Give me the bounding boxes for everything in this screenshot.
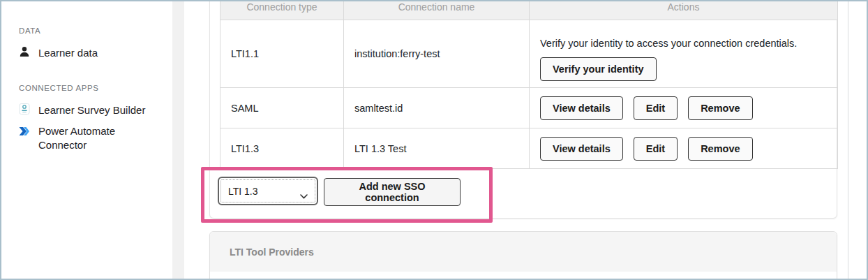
edit-button[interactable]: Edit xyxy=(634,96,678,120)
sidebar-section-data: DATA xyxy=(19,27,40,35)
sidebar: DATA Learner data CONNECTED APPS Lea xyxy=(1,1,172,279)
actions-cell: View details Edit Remove xyxy=(530,128,838,169)
actions-cell: Verify your identity to access your conn… xyxy=(530,20,838,88)
connection-type-select[interactable]: LTI 1.3 xyxy=(218,177,318,205)
verify-your-identity-button[interactable]: Verify your identity xyxy=(540,57,657,81)
lti-tool-providers-header: LTI Tool Providers xyxy=(210,232,837,272)
connection-type-cell: SAML xyxy=(220,88,344,128)
selected-connection-type: LTI 1.3 xyxy=(228,186,258,197)
table-header-row: Connection type Connection name Actions xyxy=(220,0,838,20)
connection-type-cell: LTI1.1 xyxy=(220,20,344,88)
verify-identity-message: Verify your identity to access your conn… xyxy=(540,38,797,49)
sidebar-section-connected-apps: CONNECTED APPS xyxy=(19,84,98,92)
sidebar-item-learner-survey-builder[interactable]: Learner Survey Builder xyxy=(19,103,145,117)
person-icon xyxy=(19,46,30,57)
sidebar-scrollbar-track[interactable] xyxy=(172,1,184,279)
remove-button[interactable]: Remove xyxy=(688,96,752,120)
connection-name-cell: samltest.id xyxy=(344,88,530,128)
connection-name-cell: LTI 1.3 Test xyxy=(344,128,530,169)
table-row: SAML samltest.id View details Edit Remov… xyxy=(220,88,838,128)
sso-connections-table: Connection type Connection name Actions … xyxy=(220,0,838,169)
column-header-connection-name: Connection name xyxy=(344,0,530,20)
add-new-sso-connection-button[interactable]: Add new SSO connection xyxy=(324,178,461,206)
survey-app-icon xyxy=(19,103,30,115)
lti-tool-providers-panel: LTI Tool Providers xyxy=(209,231,837,280)
connection-type-cell: LTI1.3 xyxy=(220,128,344,169)
remove-button[interactable]: Remove xyxy=(688,137,752,161)
chevron-down-icon xyxy=(300,189,308,202)
sidebar-item-label: Power Automate Connector xyxy=(38,124,147,152)
sidebar-item-power-automate-connector[interactable]: Power Automate Connector xyxy=(19,124,147,152)
sidebar-item-label: Learner Survey Builder xyxy=(38,103,145,117)
edit-button[interactable]: Edit xyxy=(634,137,678,161)
table-row: LTI1.3 LTI 1.3 Test View details Edit Re… xyxy=(220,128,838,169)
view-details-button[interactable]: View details xyxy=(540,137,623,161)
table-row: LTI1.1 institution:ferry-test Verify you… xyxy=(220,20,838,88)
actions-cell: View details Edit Remove xyxy=(530,88,838,128)
view-details-button[interactable]: View details xyxy=(540,96,623,120)
sidebar-item-label: Learner data xyxy=(38,46,98,60)
column-header-actions: Actions xyxy=(530,0,838,20)
sidebar-item-learner-data[interactable]: Learner data xyxy=(19,46,98,60)
connection-name-cell: institution:ferry-test xyxy=(344,20,530,88)
column-header-connection-type: Connection type xyxy=(220,0,344,20)
screenshot-frame: DATA Learner data CONNECTED APPS Lea xyxy=(0,0,868,280)
power-automate-icon xyxy=(19,126,30,137)
lti-tool-providers-title: LTI Tool Providers xyxy=(230,246,314,258)
content-right-divider xyxy=(848,1,848,279)
